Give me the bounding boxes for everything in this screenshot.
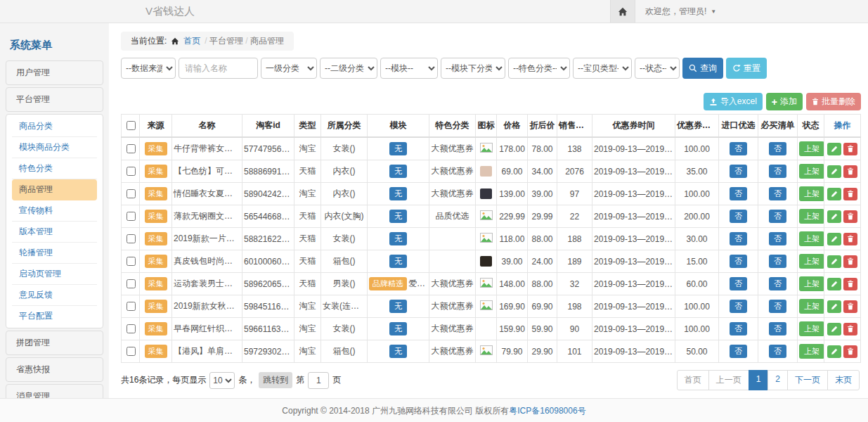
edit-button[interactable] [827, 278, 841, 290]
pagination-prev[interactable]: 上一页 [708, 370, 749, 390]
sidebar-item[interactable]: 意见反馈 [12, 285, 97, 306]
filter-select-data-source[interactable]: --数据来源-- [121, 58, 176, 79]
filter-select-module-subcategory[interactable]: --模块下分类-- [441, 58, 505, 79]
breadcrumb-home-link[interactable]: 首页 [183, 35, 200, 47]
status-button[interactable]: 上架 [799, 299, 824, 314]
sidebar-item[interactable]: 轮播管理 [12, 243, 97, 264]
must-buy-toggle[interactable]: 否 [769, 255, 786, 268]
edit-button[interactable] [827, 165, 841, 178]
delete-button[interactable] [843, 300, 857, 313]
delete-button[interactable] [843, 210, 857, 223]
edit-button[interactable] [827, 323, 841, 335]
row-checkbox[interactable] [127, 302, 136, 311]
delete-button[interactable] [843, 323, 857, 335]
sidebar-group[interactable]: 省惠快报 [6, 357, 103, 382]
sidebar-group[interactable]: 拼团管理 [6, 331, 103, 355]
filter-select-item-type[interactable]: --宝贝类型-- [573, 58, 632, 79]
edit-button[interactable] [827, 210, 841, 223]
row-checkbox[interactable] [127, 189, 136, 198]
row-checkbox[interactable] [127, 257, 136, 266]
user-menu[interactable]: 欢迎您，管理员! ▼ [635, 0, 726, 23]
import-excel-button[interactable]: 导入excel [704, 93, 763, 110]
add-button[interactable]: + 添加 [766, 93, 803, 110]
import-select-toggle[interactable]: 否 [730, 345, 747, 358]
per-page-select[interactable]: 10 [209, 372, 235, 389]
jump-page-input[interactable] [308, 372, 329, 389]
import-select-toggle[interactable]: 否 [730, 300, 747, 313]
sidebar-item[interactable]: 商品分类 [12, 116, 97, 137]
must-buy-toggle[interactable]: 否 [769, 210, 786, 223]
sidebar-item[interactable]: 特色分类 [12, 158, 97, 179]
pagination-2[interactable]: 2 [767, 370, 788, 390]
pagination-next[interactable]: 下一页 [787, 370, 828, 390]
filter-select-level1-category[interactable]: 一级分类 [261, 58, 317, 79]
must-buy-toggle[interactable]: 否 [769, 322, 786, 335]
delete-button[interactable] [843, 278, 857, 290]
status-button[interactable]: 上架 [799, 209, 824, 224]
must-buy-toggle[interactable]: 否 [769, 300, 786, 313]
delete-button[interactable] [843, 345, 857, 358]
status-button[interactable]: 上架 [799, 254, 824, 269]
edit-button[interactable] [827, 345, 841, 358]
edit-button[interactable] [827, 143, 841, 155]
filter-select-special-category[interactable]: --特色分类-- [508, 58, 570, 79]
status-button[interactable]: 上架 [799, 231, 824, 246]
row-checkbox[interactable] [127, 347, 136, 356]
import-select-toggle[interactable]: 否 [730, 277, 747, 290]
sidebar-item[interactable]: 模块商品分类 [12, 137, 97, 158]
delete-button[interactable] [843, 188, 857, 200]
row-checkbox[interactable] [127, 167, 136, 176]
jump-button[interactable]: 跳转到 [259, 372, 292, 388]
status-button[interactable]: 上架 [799, 276, 824, 291]
status-button[interactable]: 上架 [799, 344, 824, 359]
delete-button[interactable] [843, 255, 857, 268]
status-button[interactable]: 上架 [799, 164, 824, 179]
filter-select-status[interactable]: --状态-- [635, 58, 680, 79]
import-select-toggle[interactable]: 否 [730, 232, 747, 245]
must-buy-toggle[interactable]: 否 [769, 187, 786, 200]
edit-button[interactable] [827, 255, 841, 268]
row-checkbox[interactable] [127, 144, 136, 153]
icp-link[interactable]: 粤ICP备16098006号 [509, 406, 585, 416]
must-buy-toggle[interactable]: 否 [769, 232, 786, 245]
edit-button[interactable] [827, 300, 841, 313]
edit-button[interactable] [827, 233, 841, 245]
delete-button[interactable] [843, 143, 857, 155]
status-button[interactable]: 上架 [799, 186, 824, 201]
row-checkbox[interactable] [127, 234, 136, 243]
status-button[interactable]: 上架 [799, 321, 824, 336]
import-select-toggle[interactable]: 否 [730, 142, 747, 155]
sidebar-item[interactable]: 宣传物料 [12, 200, 97, 222]
sidebar-item[interactable]: 版本管理 [12, 222, 97, 243]
must-buy-toggle[interactable]: 否 [769, 345, 786, 358]
import-select-toggle[interactable]: 否 [730, 210, 747, 223]
must-buy-toggle[interactable]: 否 [769, 277, 786, 290]
sidebar-item[interactable]: 商品管理 [12, 179, 97, 200]
status-button[interactable]: 上架 [799, 141, 824, 156]
batch-delete-button[interactable]: 批量删除 [806, 93, 861, 110]
home-button[interactable] [610, 0, 635, 23]
pagination-1[interactable]: 1 [749, 370, 769, 390]
pagination-first[interactable]: 首页 [677, 370, 709, 390]
pagination-last[interactable]: 末页 [827, 370, 860, 390]
must-buy-toggle[interactable]: 否 [769, 142, 786, 155]
sidebar-group[interactable]: 平台管理 [6, 87, 103, 112]
import-select-toggle[interactable]: 否 [730, 187, 747, 200]
delete-button[interactable] [843, 165, 857, 178]
search-button[interactable]: 查询 [682, 58, 723, 79]
filter-select-level2-category[interactable]: --二级分类-- [320, 58, 377, 79]
select-all-checkbox[interactable] [127, 121, 136, 130]
import-select-toggle[interactable]: 否 [730, 255, 747, 268]
filter-select-module[interactable]: --模块-- [380, 58, 438, 79]
edit-button[interactable] [827, 188, 841, 200]
must-buy-toggle[interactable]: 否 [769, 165, 786, 178]
sidebar-item[interactable]: 启动页管理 [12, 264, 97, 285]
row-checkbox[interactable] [127, 279, 136, 288]
row-checkbox[interactable] [127, 324, 136, 333]
name-search-input[interactable] [179, 58, 258, 79]
import-select-toggle[interactable]: 否 [730, 322, 747, 335]
import-select-toggle[interactable]: 否 [730, 165, 747, 178]
sidebar-item[interactable]: 平台配置 [12, 306, 97, 326]
reset-button[interactable]: 重置 [726, 58, 767, 79]
sidebar-group[interactable]: 用户管理 [6, 60, 103, 85]
